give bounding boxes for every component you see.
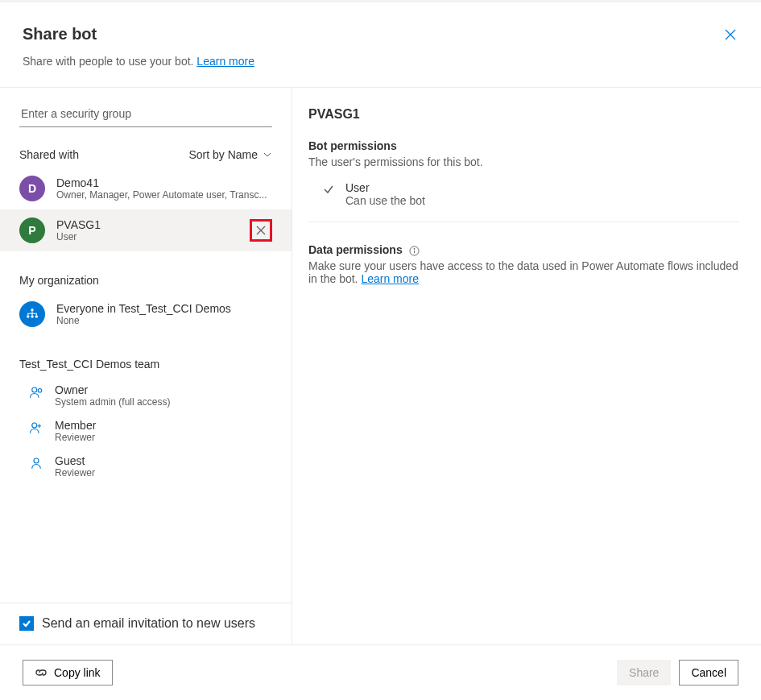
shared-with-header: Shared with Sort by Name [0, 127, 292, 168]
org-item[interactable]: Everyone in Test_Test_CCI Demos None [0, 293, 292, 335]
copy-link-button[interactable]: Copy link [23, 660, 113, 686]
svg-rect-0 [31, 309, 34, 311]
svg-point-5 [38, 389, 42, 393]
email-invitation-label: Send an email invitation to new users [42, 616, 255, 631]
dialog-body: Shared with Sort by Name D Demo41 Owner,… [0, 87, 761, 644]
org-section-label: My organization [0, 251, 292, 293]
user-name: Demo41 [56, 176, 272, 189]
svg-rect-3 [35, 316, 38, 318]
svg-rect-1 [27, 316, 29, 318]
team-role-item[interactable]: Guest Reviewer [0, 448, 292, 483]
chevron-down-icon [263, 150, 272, 159]
role-name: Owner [55, 383, 170, 396]
role-desc: System admin (full access) [55, 396, 170, 408]
close-button[interactable] [722, 27, 738, 43]
learn-more-link[interactable]: Learn more [196, 55, 254, 68]
permission-desc: Can use the bot [345, 194, 425, 207]
info-icon[interactable] [409, 246, 420, 256]
close-icon [255, 225, 267, 236]
data-learn-more-link[interactable]: Learn more [361, 272, 419, 285]
cancel-button[interactable]: Cancel [679, 660, 738, 686]
user-role: User [56, 231, 238, 242]
svg-point-7 [34, 458, 39, 463]
team-role-item[interactable]: Owner System admin (full access) [0, 377, 292, 412]
right-panel: PVASG1 Bot permissions The user's permis… [292, 88, 761, 644]
link-icon [35, 666, 48, 679]
role-desc: Reviewer [55, 432, 96, 443]
email-invitation-row: Send an email invitation to new users [0, 603, 292, 644]
org-name: Everyone in Test_Test_CCI Demos [56, 302, 272, 315]
dialog-subtitle: Share with people to use your bot. Learn… [23, 55, 738, 68]
dialog-title: Share bot [23, 25, 738, 43]
role-name: Guest [55, 454, 95, 467]
guest-icon [29, 456, 43, 470]
permission-row: User Can use the bot [308, 173, 738, 222]
shared-user-item-selected[interactable]: P PVASG1 User [0, 209, 292, 251]
dialog-footer: Copy link Share Cancel [0, 644, 761, 700]
bot-permissions-heading: Bot permissions [308, 139, 738, 152]
user-role: Owner, Manager, Power Automate user, Tra… [56, 189, 272, 201]
svg-rect-2 [31, 316, 34, 318]
org-role: None [56, 315, 272, 326]
avatar: D [19, 176, 45, 201]
role-name: Member [55, 419, 96, 432]
check-icon [22, 619, 31, 628]
security-group-search-input[interactable] [19, 102, 272, 127]
sort-dropdown[interactable]: Sort by Name [188, 148, 272, 161]
check-icon [323, 184, 334, 195]
team-section-label: Test_Test_CCI Demos team [0, 335, 292, 377]
shared-with-label: Shared with [19, 148, 79, 161]
owner-icon [29, 385, 43, 400]
member-icon [29, 420, 43, 435]
svg-point-4 [32, 387, 37, 392]
org-icon [19, 301, 45, 327]
team-role-item[interactable]: Member Reviewer [0, 412, 292, 448]
bot-permissions-desc: The user's permissions for this bot. [308, 155, 738, 168]
user-name: PVASG1 [56, 218, 238, 231]
left-panel: Shared with Sort by Name D Demo41 Owner,… [0, 88, 292, 644]
share-bot-dialog: Share bot Share with people to use your … [0, 0, 761, 700]
svg-point-6 [32, 423, 37, 428]
remove-user-button[interactable] [250, 219, 272, 242]
data-permissions-heading: Data permissions [308, 243, 738, 256]
selected-user-title: PVASG1 [308, 107, 738, 122]
role-desc: Reviewer [55, 467, 95, 478]
svg-point-9 [414, 248, 415, 249]
data-permissions-text: Make sure your users have access to the … [308, 259, 738, 285]
dialog-header: Share bot Share with people to use your … [0, 2, 761, 82]
permission-name: User [345, 181, 425, 194]
shared-user-item[interactable]: D Demo41 Owner, Manager, Power Automate … [0, 168, 292, 209]
email-invitation-checkbox[interactable] [19, 616, 34, 631]
share-button: Share [617, 660, 671, 686]
avatar: P [19, 217, 45, 243]
close-icon [724, 28, 737, 41]
